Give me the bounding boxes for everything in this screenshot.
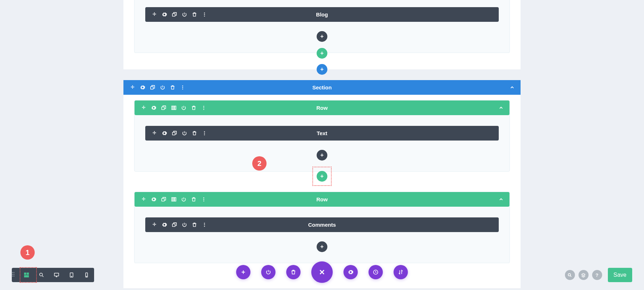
svg-point-34 xyxy=(12,276,13,277)
more-icon[interactable] xyxy=(202,222,207,227)
svg-point-32 xyxy=(12,274,13,275)
gear-icon[interactable] xyxy=(162,222,167,227)
more-icon[interactable] xyxy=(180,85,185,90)
svg-point-29 xyxy=(204,226,205,227)
save-button[interactable]: Save xyxy=(608,268,632,282)
svg-rect-36 xyxy=(24,273,26,275)
gear-icon[interactable] xyxy=(151,197,156,202)
module-bar-comments[interactable]: Comments xyxy=(145,217,499,232)
svg-point-35 xyxy=(14,276,15,277)
power-icon[interactable] xyxy=(160,85,165,90)
svg-point-23 xyxy=(203,197,204,198)
svg-rect-20 xyxy=(172,198,173,201)
power-icon[interactable] xyxy=(181,105,186,110)
duplicate-icon[interactable] xyxy=(172,222,177,227)
annotation-2-box: + xyxy=(312,167,332,186)
move-icon[interactable] xyxy=(141,197,146,202)
settings-button[interactable] xyxy=(343,265,358,279)
columns-icon[interactable] xyxy=(171,197,176,202)
svg-rect-37 xyxy=(27,273,29,275)
more-icon[interactable] xyxy=(202,131,207,136)
add-row-button[interactable]: + xyxy=(317,48,327,59)
help-save-toolbar: ? Save xyxy=(565,268,632,282)
trash-icon[interactable] xyxy=(192,12,197,17)
svg-point-33 xyxy=(14,274,15,275)
svg-point-2 xyxy=(204,14,205,15)
duplicate-icon[interactable] xyxy=(161,197,166,202)
move-icon[interactable] xyxy=(152,131,157,136)
collapse-icon[interactable] xyxy=(498,105,504,110)
duplicate-icon[interactable] xyxy=(150,85,155,90)
layers-button[interactable] xyxy=(579,270,589,280)
svg-point-14 xyxy=(203,109,204,110)
close-button[interactable] xyxy=(311,261,333,283)
columns-icon[interactable] xyxy=(171,105,176,110)
gear-icon[interactable] xyxy=(162,12,167,17)
add-row-button[interactable]: + xyxy=(317,171,327,182)
power-icon[interactable] xyxy=(182,12,187,17)
trash-icon[interactable] xyxy=(191,197,196,202)
svg-rect-11 xyxy=(175,106,176,110)
svg-rect-40 xyxy=(54,273,59,276)
row-bar[interactable]: Row xyxy=(135,192,509,207)
power-icon[interactable] xyxy=(182,131,187,136)
collapse-icon[interactable] xyxy=(498,197,504,202)
svg-point-7 xyxy=(182,89,183,90)
collapse-icon[interactable] xyxy=(509,85,515,90)
annotation-2-badge: 2 xyxy=(252,156,267,171)
add-module-button[interactable]: + xyxy=(317,31,327,42)
row-bar[interactable]: Row xyxy=(135,100,509,115)
svg-point-46 xyxy=(568,274,571,276)
main-action-toolbar xyxy=(236,261,408,283)
search-button[interactable] xyxy=(565,270,575,280)
trash-icon[interactable] xyxy=(191,105,196,110)
svg-rect-9 xyxy=(172,106,173,110)
phone-view-button[interactable] xyxy=(79,268,94,282)
power-icon[interactable] xyxy=(181,197,186,202)
wireframe-view-button[interactable] xyxy=(19,268,34,282)
svg-point-3 xyxy=(204,16,205,17)
trash-icon[interactable] xyxy=(192,222,197,227)
trash-icon[interactable] xyxy=(192,131,197,136)
duplicate-icon[interactable] xyxy=(161,105,166,110)
more-icon[interactable] xyxy=(202,12,207,17)
drag-handle-icon[interactable] xyxy=(12,271,19,279)
module-bar-blog[interactable]: Blog xyxy=(145,7,499,22)
more-icon[interactable] xyxy=(201,105,206,110)
move-icon[interactable] xyxy=(141,105,146,110)
gear-icon[interactable] xyxy=(140,85,145,90)
more-icon[interactable] xyxy=(201,197,206,202)
svg-point-25 xyxy=(203,201,204,202)
svg-point-5 xyxy=(182,85,183,87)
add-module-button[interactable]: + xyxy=(317,150,327,161)
svg-point-17 xyxy=(204,133,205,134)
gear-icon[interactable] xyxy=(151,105,156,110)
svg-point-18 xyxy=(204,134,205,136)
svg-point-13 xyxy=(203,107,204,108)
history-button[interactable] xyxy=(369,265,383,279)
power-icon[interactable] xyxy=(182,222,187,227)
zoom-view-button[interactable] xyxy=(34,268,49,282)
gear-icon[interactable] xyxy=(162,131,167,136)
move-icon[interactable] xyxy=(130,85,135,90)
sort-button[interactable] xyxy=(394,265,408,279)
add-module-button[interactable]: + xyxy=(317,241,327,252)
svg-point-28 xyxy=(204,224,205,225)
svg-point-31 xyxy=(14,272,15,273)
section-bar[interactable]: Section xyxy=(123,80,521,95)
delete-button[interactable] xyxy=(286,265,301,279)
duplicate-icon[interactable] xyxy=(172,12,177,17)
add-section-button[interactable]: + xyxy=(317,64,327,75)
help-button[interactable]: ? xyxy=(592,270,602,280)
svg-point-1 xyxy=(204,13,205,14)
add-button[interactable] xyxy=(236,265,250,279)
svg-point-30 xyxy=(12,272,13,273)
trash-icon[interactable] xyxy=(170,85,175,90)
tablet-view-button[interactable] xyxy=(64,268,79,282)
power-button[interactable] xyxy=(261,265,275,279)
move-icon[interactable] xyxy=(152,222,157,227)
move-icon[interactable] xyxy=(152,12,157,17)
module-bar-text[interactable]: Text xyxy=(145,126,499,141)
duplicate-icon[interactable] xyxy=(172,131,177,136)
desktop-view-button[interactable] xyxy=(49,268,64,282)
